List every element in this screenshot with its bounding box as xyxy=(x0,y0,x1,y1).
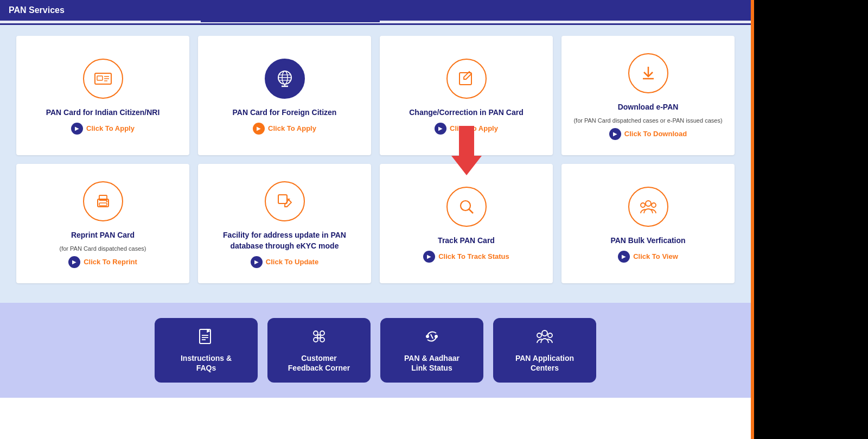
svg-point-31 xyxy=(314,338,318,342)
cards-row-1: PAN Card for Indian Citizen/NRI ▶ Click … xyxy=(16,36,735,155)
pan-indian-title: PAN Card for Indian Citizen/NRI xyxy=(46,107,160,118)
svg-point-18 xyxy=(106,201,107,202)
pan-indian-action-label: Click To Apply xyxy=(86,124,135,132)
pan-bulk-action-label: Click To View xyxy=(633,252,678,260)
instructions-label: Instructions & FAQs xyxy=(171,353,241,373)
ekyc-update-action-icon: ▶ xyxy=(251,256,263,268)
download-epan-action-label: Click To Download xyxy=(624,130,687,138)
pan-correction-title: Change/Correction in PAN Card xyxy=(409,107,524,118)
pan-centers-label: PAN ApplicationCenters xyxy=(515,353,574,373)
svg-line-36 xyxy=(431,334,433,339)
pan-bulk-action[interactable]: ▶ Click To View xyxy=(618,251,678,263)
pan-foreign-action-icon: ▶ xyxy=(253,123,265,135)
track-pan-action-icon: ▶ xyxy=(423,251,435,263)
svg-rect-17 xyxy=(99,203,107,206)
ekyc-update-action-label: Click To Update xyxy=(266,258,318,266)
svg-point-39 xyxy=(548,333,552,338)
header-title: PAN Services xyxy=(9,5,65,15)
main-container: PAN Services PAN Card for Indian Citi xyxy=(0,0,754,439)
svg-point-24 xyxy=(652,203,656,207)
svg-point-33 xyxy=(317,335,321,338)
pan-foreign-title: PAN Card for Foreign Citizen xyxy=(233,107,337,118)
svg-point-38 xyxy=(537,333,541,338)
bottom-btn-instructions[interactable]: Instructions & FAQs xyxy=(155,318,258,383)
feedback-icon xyxy=(310,328,328,349)
bottom-btn-feedback[interactable]: CustomerFeedback Corner xyxy=(267,318,371,383)
pan-indian-action-icon: ▶ xyxy=(71,123,83,135)
track-pan-icon xyxy=(446,187,487,227)
reprint-pan-subtitle: (for PAN Card dispatched cases) xyxy=(60,245,146,252)
reprint-pan-action-icon: ▶ xyxy=(68,256,80,268)
download-epan-action-icon: ▶ xyxy=(609,128,621,140)
download-epan-title: Download e-PAN xyxy=(618,102,679,113)
pan-indian-icon xyxy=(83,59,123,99)
feedback-label: CustomerFeedback Corner xyxy=(288,353,350,373)
pan-foreign-action[interactable]: ▶ Click To Apply xyxy=(253,123,316,135)
svg-point-30 xyxy=(320,331,324,335)
card-pan-bulk[interactable]: PAN Bulk Verfication ▶ Click To View xyxy=(561,164,735,283)
svg-line-21 xyxy=(469,209,473,213)
cards-row-2: Reprint PAN Card (for PAN Card dispatche… xyxy=(16,164,735,283)
card-pan-correction[interactable]: Change/Correction in PAN Card ▶ Click To… xyxy=(380,36,553,155)
tab-bar xyxy=(0,21,751,25)
ekyc-update-icon xyxy=(265,181,305,221)
reprint-pan-title: Reprint PAN Card xyxy=(71,230,135,241)
pan-correction-icon xyxy=(446,59,487,99)
instructions-icon xyxy=(197,328,215,349)
card-ekyc-update[interactable]: Facility for address update in PAN datab… xyxy=(198,164,371,283)
svg-point-34 xyxy=(426,335,429,338)
pan-correction-action-label: Click To Apply xyxy=(450,124,498,132)
download-epan-action[interactable]: ▶ Click To Download xyxy=(609,128,687,140)
svg-point-37 xyxy=(542,330,547,336)
pan-foreign-action-label: Click To Apply xyxy=(268,124,316,132)
ekyc-update-title: Facility for address update in PAN datab… xyxy=(207,230,362,251)
svg-rect-12 xyxy=(459,73,471,85)
ekyc-update-action[interactable]: ▶ Click To Update xyxy=(251,256,318,268)
svg-point-32 xyxy=(320,338,324,342)
download-epan-icon xyxy=(628,53,668,93)
pan-aadhaar-icon xyxy=(423,328,441,349)
svg-rect-1 xyxy=(97,76,103,80)
bottom-btn-pan-centers[interactable]: PAN ApplicationCenters xyxy=(493,318,596,383)
card-download-epan[interactable]: Download e-PAN (for PAN Card dispatched … xyxy=(561,36,735,155)
svg-point-22 xyxy=(646,201,651,206)
pan-correction-action-icon: ▶ xyxy=(435,123,446,135)
card-pan-indian[interactable]: PAN Card for Indian Citizen/NRI ▶ Click … xyxy=(16,36,189,155)
svg-point-35 xyxy=(435,335,438,338)
reprint-pan-icon xyxy=(83,181,123,221)
track-pan-action-label: Click To Track Status xyxy=(438,252,509,260)
pan-centers-icon xyxy=(536,328,553,349)
bottom-btn-pan-aadhaar[interactable]: PAN & AadhaarLink Status xyxy=(380,318,483,383)
card-reprint-pan[interactable]: Reprint PAN Card (for PAN Card dispatche… xyxy=(16,164,189,283)
tab-active-indicator xyxy=(201,21,380,22)
reprint-pan-action[interactable]: ▶ Click To Reprint xyxy=(68,256,137,268)
pan-foreign-icon xyxy=(265,59,305,99)
pan-bulk-icon xyxy=(628,187,668,227)
download-epan-subtitle: (for PAN Card dispatched cases or e-PAN … xyxy=(573,117,722,124)
track-pan-action[interactable]: ▶ Click To Track Status xyxy=(423,251,509,263)
track-pan-title: Track PAN Card xyxy=(438,236,495,246)
svg-point-29 xyxy=(314,331,318,335)
svg-rect-19 xyxy=(278,195,287,203)
reprint-pan-action-label: Click To Reprint xyxy=(84,258,137,266)
pan-indian-action[interactable]: ▶ Click To Apply xyxy=(71,123,135,135)
bottom-section: Instructions & FAQs CustomerFeedback Cor… xyxy=(0,303,751,398)
card-track-pan[interactable]: Track PAN Card ▶ Click To Track Status xyxy=(380,164,553,283)
svg-point-23 xyxy=(641,203,645,207)
pan-correction-action[interactable]: ▶ Click To Apply xyxy=(435,123,498,135)
grid-section: PAN Card for Indian Citizen/NRI ▶ Click … xyxy=(0,25,751,303)
pan-aadhaar-label: PAN & AadhaarLink Status xyxy=(404,353,459,373)
card-pan-foreign[interactable]: PAN Card for Foreign Citizen ▶ Click To … xyxy=(198,36,371,155)
pan-bulk-title: PAN Bulk Verfication xyxy=(610,236,685,246)
pan-bulk-action-icon: ▶ xyxy=(618,251,630,263)
page-header: PAN Services xyxy=(0,0,751,21)
